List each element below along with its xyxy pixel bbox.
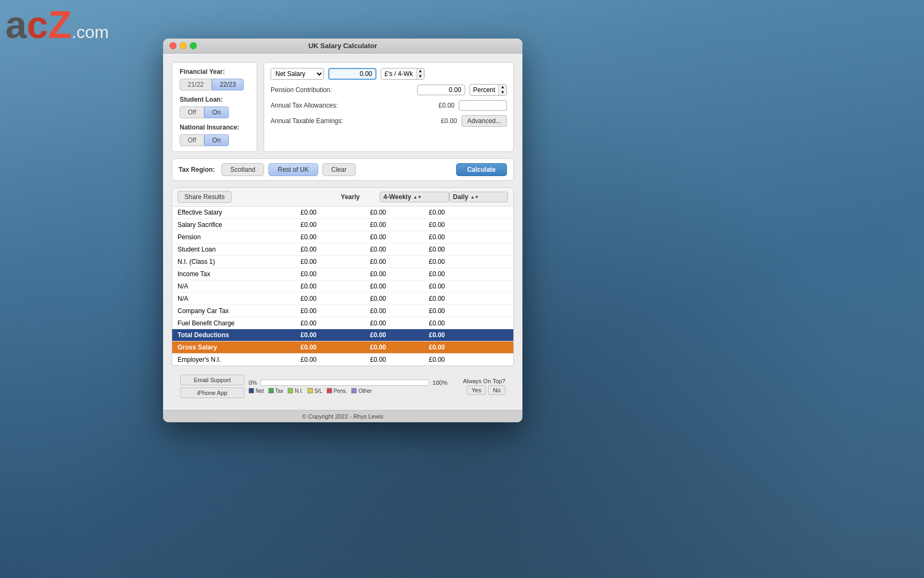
row-4weekly: £0.00: [317, 295, 386, 302]
row-yearly: £0.00: [258, 295, 317, 302]
student-loan-box: Student Loan: Off On: [180, 96, 249, 118]
result-row: Salary Sacrifice £0.00 £0.00 £0.00: [172, 219, 513, 231]
row-daily: £0.00: [386, 270, 445, 278]
row-4weekly: £0.00: [317, 246, 386, 253]
window-content: Financial Year: 21/22 22/23 Student Loan…: [163, 54, 522, 410]
period-selector[interactable]: 4-Weekly ▲▼: [380, 192, 449, 202]
row-yearly: £0.00: [258, 270, 317, 278]
row-daily: £0.00: [386, 221, 445, 229]
aot-yes-button[interactable]: Yes: [467, 385, 486, 395]
legend-item: Pens.: [327, 388, 348, 394]
pct-max-label: 100%: [433, 379, 448, 386]
salary-unit-stepper[interactable]: £'s / 4-Wk ▲ ▼: [381, 68, 425, 80]
student-loan-on-button[interactable]: On: [204, 107, 229, 118]
salary-input[interactable]: [328, 68, 376, 80]
left-controls: Financial Year: 21/22 22/23 Student Loan…: [172, 62, 257, 152]
annual-taxable-earnings-value: £0.00: [414, 117, 457, 125]
gross-salary-daily: £0.00: [386, 344, 445, 351]
national-insurance-off-button[interactable]: Off: [180, 134, 204, 146]
total-deductions-daily: £0.00: [386, 331, 445, 339]
minimize-button[interactable]: [180, 42, 187, 49]
pension-unit-arrows[interactable]: ▲ ▼: [498, 85, 506, 95]
tax-region-section: Tax Region: Scotland Rest of UK Clear Ca…: [172, 158, 514, 181]
row-4weekly: £0.00: [317, 283, 386, 290]
email-support-button[interactable]: Email Support: [180, 375, 244, 385]
student-loan-off-button[interactable]: Off: [180, 107, 204, 118]
result-row: Company Car Tax £0.00 £0.00 £0.00: [172, 305, 513, 317]
result-row: Pension £0.00 £0.00 £0.00: [172, 231, 513, 244]
employers-ni-daily: £0.00: [386, 356, 445, 363]
always-on-top-section: Always On Top? Yes No: [452, 378, 505, 395]
rest-of-uk-button[interactable]: Rest of UK: [268, 163, 318, 176]
progress-area: 0% 100% NetTaxN.I.S/LPens.Other: [249, 379, 448, 394]
period-label: 4-Weekly: [383, 193, 411, 201]
gross-salary-name: Gross Salary: [178, 344, 258, 351]
row-yearly: £0.00: [258, 258, 317, 265]
aot-no-button[interactable]: No: [488, 385, 505, 395]
net-salary-row: Net Salary Gross Salary £'s / 4-Wk ▲ ▼: [271, 68, 507, 80]
gross-salary-yearly: £0.00: [258, 344, 317, 351]
result-rows-container: Effective Salary £0.00 £0.00 £0.00 Salar…: [172, 207, 513, 329]
close-button[interactable]: [170, 42, 176, 49]
gross-salary-4weekly: £0.00: [317, 344, 386, 351]
fy-2223-button[interactable]: 22/23: [212, 79, 244, 90]
row-name: N/A: [178, 295, 258, 302]
pension-input[interactable]: [417, 85, 465, 95]
result-row: Effective Salary £0.00 £0.00 £0.00: [172, 207, 513, 219]
row-yearly: £0.00: [258, 233, 317, 241]
legend-swatch: [288, 388, 293, 393]
calculate-button[interactable]: Calculate: [456, 163, 507, 176]
total-deductions-row: Total Deductions £0.00 £0.00 £0.00: [172, 329, 513, 341]
row-4weekly: £0.00: [317, 307, 386, 315]
pension-unit-down[interactable]: ▼: [499, 90, 506, 95]
result-row: N/A £0.00 £0.00 £0.00: [172, 280, 513, 293]
legend-swatch: [249, 388, 254, 393]
copyright-text: © Copyright 2022 - Rhys Lewis: [302, 413, 383, 420]
row-yearly: £0.00: [258, 307, 317, 315]
legend-item: Other: [351, 388, 372, 394]
row-name: Pension: [178, 233, 258, 241]
salary-unit-up[interactable]: ▲: [417, 69, 424, 74]
scotland-button[interactable]: Scotland: [221, 163, 265, 176]
pension-unit-up[interactable]: ▲: [499, 85, 506, 90]
result-row: Student Loan £0.00 £0.00 £0.00: [172, 244, 513, 256]
student-loan-label: Student Loan:: [180, 96, 249, 103]
row-daily: £0.00: [386, 283, 445, 290]
fy-2122-button[interactable]: 21/22: [180, 79, 212, 90]
annual-tax-allowances-input[interactable]: [459, 100, 507, 111]
annual-taxable-earnings-label: Annual Taxable Earnings:: [271, 117, 356, 125]
clear-button[interactable]: Clear: [322, 163, 356, 176]
salary-unit-down[interactable]: ▼: [417, 74, 424, 79]
employers-ni-4weekly: £0.00: [317, 356, 386, 363]
daily-period-selector[interactable]: Daily ▲▼: [449, 192, 508, 202]
annual-tax-allowances-label: Annual Tax Allowances:: [271, 102, 356, 109]
pension-unit-label: Percent: [470, 85, 498, 95]
national-insurance-box: National Insurance: Off On: [180, 124, 249, 146]
row-yearly: £0.00: [258, 221, 317, 229]
advanced-button[interactable]: Advanced...: [461, 115, 507, 127]
calculator-window: UK Salary Calculator Financial Year: 21/…: [163, 39, 522, 422]
row-daily: £0.00: [386, 209, 445, 216]
legend-swatch: [307, 388, 313, 393]
row-4weekly: £0.00: [317, 270, 386, 278]
row-name: Income Tax: [178, 270, 258, 278]
row-4weekly: £0.00: [317, 258, 386, 265]
salary-unit-arrows[interactable]: ▲ ▼: [416, 69, 424, 79]
zoom-button[interactable]: [190, 42, 197, 49]
salary-type-select[interactable]: Net Salary Gross Salary: [271, 68, 324, 80]
pension-unit-stepper[interactable]: Percent ▲ ▼: [469, 84, 507, 96]
row-daily: £0.00: [386, 320, 445, 327]
site-logo: acZ.com: [5, 5, 109, 44]
row-yearly: £0.00: [258, 246, 317, 253]
window-title: UK Salary Calculator: [309, 42, 378, 50]
employers-ni-name: Employer's N.I.: [178, 356, 258, 363]
financial-year-box: Financial Year: 21/22 22/23 Student Loan…: [172, 62, 257, 152]
total-deductions-yearly: £0.00: [258, 331, 317, 339]
bottom-left: Email Support iPhone App: [180, 375, 244, 398]
national-insurance-on-button[interactable]: On: [204, 134, 229, 146]
iphone-app-button[interactable]: iPhone App: [180, 387, 244, 398]
results-section: Share Results Yearly 4-Weekly ▲▼ Daily ▲…: [172, 187, 514, 366]
row-name: Company Car Tax: [178, 307, 258, 315]
share-results-button[interactable]: Share Results: [178, 191, 232, 203]
always-on-top-label: Always On Top?: [463, 378, 505, 384]
